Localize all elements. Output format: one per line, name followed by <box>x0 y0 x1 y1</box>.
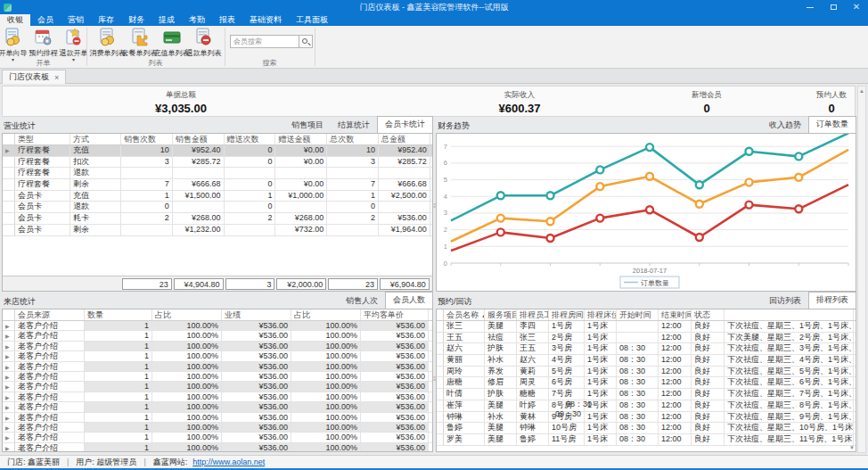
ribbon-button-消费单列表[interactable]: 消费单列表 <box>93 28 123 58</box>
table-cell: 2 <box>327 213 379 224</box>
table-row[interactable]: ▶疗程套餐充值10¥952.400¥0.0010¥952.40 <box>3 145 432 157</box>
table-row[interactable]: ▶老客户介绍1100.00%¥536.00100.00%¥536.00 <box>3 362 432 372</box>
table-cell: 下次祛痘、星期三、3号房、1号床、09：00 <box>725 343 854 354</box>
schedule-tab-排程列表[interactable]: 排程列表 <box>808 292 856 309</box>
finance-trend-chart: 012345672018-07-17订单数量 <box>437 134 854 291</box>
vertical-splitter-handle[interactable]: ⁞⁞ <box>433 204 437 224</box>
menu-item-考勤[interactable]: 考勤 <box>182 14 212 26</box>
svg-text:2018-07-17: 2018-07-17 <box>633 267 667 275</box>
table-row[interactable]: ▶老客户介绍1100.00%¥536.00100.00%¥536.00 <box>3 433 432 442</box>
ribbon-button-充值单列表[interactable]: 充值单列表 <box>157 28 187 58</box>
chart-tab-订单数量[interactable]: 订单数量 <box>808 116 856 133</box>
table-row[interactable]: ▶老客户介绍1100.00%¥536.00100.00%¥536.00 <box>3 321 432 331</box>
scroll-up-icon[interactable]: ▲ <box>858 88 865 94</box>
table-row[interactable]: ▶老客户介绍1100.00%¥536.00100.00%¥536.00 <box>3 372 432 382</box>
table-row[interactable]: 王五祛痘张三2号房1号床12:00良好下次美腿、星期三、2号房、1号床、09：0… <box>437 333 856 344</box>
table-cell: 下次祛痘、星期三、6号房、1号床、09：00 <box>725 377 854 388</box>
table-row[interactable]: 赵六护肤王五3号房1号床08：3012:00良好下次祛痘、星期三、3号房、1号床… <box>437 343 856 355</box>
row-indicator: ▶ <box>3 402 15 411</box>
menu-item-库存[interactable]: 库存 <box>91 14 121 26</box>
menu-item-营销[interactable]: 营销 <box>61 14 91 26</box>
table-cell: 100.00% <box>291 362 361 371</box>
tab-dashboard[interactable]: 门店仪表板 × <box>2 70 66 84</box>
table-cell: 2 <box>121 213 173 224</box>
table-row[interactable]: 崔萍美腿叶婷8号房1号床08：3012:00良好下次祛痘、星期三、8号房、1号床… <box>437 400 856 412</box>
svg-text:0: 0 <box>444 260 447 268</box>
table-row[interactable]: 张三美腿李四1号房1号床12:00良好下次祛痘、星期三、1号房、1号床、09：0… <box>437 321 856 333</box>
table-row[interactable]: ▶老客户介绍1100.00%¥536.00100.00%¥536.00 <box>3 342 432 351</box>
menu-item-会员[interactable]: 会员 <box>30 14 61 26</box>
table-row[interactable]: 疗程套餐退款 <box>3 168 432 179</box>
table-row[interactable]: 罗美美腿鲁婷11号房1号床08：3012:00良好下次祛痘、星期三、11号房、1… <box>437 434 856 446</box>
tab-close-icon[interactable]: × <box>54 73 59 82</box>
website-link[interactable]: http://www.aolan.net <box>192 458 265 466</box>
minimize-button[interactable] <box>804 2 816 12</box>
table-cell: 会员卡 <box>15 213 70 224</box>
table-row[interactable]: ▶老客户介绍1100.00%¥536.00100.00%¥536.00 <box>3 382 432 392</box>
scroll-down-icon[interactable]: ▼ <box>849 445 855 450</box>
table-row[interactable]: 会员卡剩余¥1,232.00¥732.00¥1,964.00 <box>3 225 432 236</box>
member-search-input[interactable] <box>230 35 299 48</box>
menu-item-基础资料[interactable]: 基础资料 <box>242 14 289 26</box>
table-row[interactable]: 黄丽补水赵六4号房1号床08：3012:00良好下次祛痘、星期三、4号房、1号床… <box>437 355 856 367</box>
ribbon-group-separator <box>315 28 315 66</box>
column-header: 排程床位 <box>585 309 617 320</box>
row-indicator <box>437 377 444 388</box>
table-row[interactable]: ▶老客户介绍1100.00%¥536.00100.00%¥536.00 <box>3 402 432 412</box>
close-button[interactable]: ✕ <box>850 2 863 12</box>
table-row[interactable]: 钟琳补水黄林9号房1号床08：3012:00良好下次祛痘、星期三、9号房、1号床… <box>437 412 856 424</box>
table-cell: 老客户介绍 <box>15 372 85 381</box>
menu-item-收银[interactable]: 收银 <box>0 14 30 26</box>
menu-item-工具面板[interactable]: 工具面板 <box>289 14 335 26</box>
table-cell: 1 <box>85 392 152 401</box>
menu-item-报表[interactable]: 报表 <box>212 14 242 26</box>
table-cell: 剩余 <box>70 225 121 235</box>
column-header: 方式 <box>70 134 121 144</box>
table-row[interactable]: ▶老客户介绍1100.00%¥536.00100.00%¥536.00 <box>3 351 432 361</box>
table-row[interactable]: ▶老客户介绍1100.00%¥536.00100.00%¥536.00 <box>3 423 432 433</box>
content-scrollbar[interactable]: ▲ <box>857 86 866 453</box>
chart-tab-收入趋势[interactable]: 收入趋势 <box>762 118 808 133</box>
row-indicator: ▶ <box>3 443 15 452</box>
table-cell: 良好 <box>692 423 725 433</box>
table-cell: 老客户介绍 <box>15 321 85 330</box>
table-cell: 修眉 <box>485 377 517 388</box>
ribbon-button-label: 套餐单列表 <box>122 48 158 58</box>
table-cell <box>275 202 327 212</box>
table-cell: 养发 <box>485 367 517 377</box>
vertical-splitter-handle[interactable]: ⁞⁞ <box>433 377 437 397</box>
table-row[interactable]: 会员卡充值1¥1,500.001¥1,000.001¥2,500.00 <box>3 191 432 202</box>
table-row[interactable]: ▶老客户介绍1100.00%¥536.00100.00%¥536.00 <box>3 413 432 423</box>
total-value-box: ¥4,904.80 <box>174 278 224 290</box>
menu-item-财务[interactable]: 财务 <box>121 14 151 26</box>
visit-tab-销售人次[interactable]: 销售人次 <box>339 293 385 309</box>
row-indicator: ▶ <box>3 342 15 350</box>
row-indicator: ▶ <box>3 145 15 156</box>
table-cell: 0 <box>225 157 276 168</box>
search-button[interactable] <box>299 35 313 48</box>
table-cell: ¥952.40 <box>379 145 430 156</box>
visit-tab-会员人数[interactable]: 会员人数 <box>385 292 433 309</box>
sales-tab-销售项目[interactable]: 销售项目 <box>284 118 331 133</box>
sales-tab-结算统计[interactable]: 结算统计 <box>331 118 377 133</box>
maximize-button[interactable] <box>827 2 839 12</box>
table-cell: 1 <box>85 402 152 411</box>
table-row[interactable]: 会员卡退款000 <box>3 202 432 213</box>
table-row[interactable]: ▶老客户介绍1100.00%¥536.00100.00%¥536.00 <box>3 331 432 341</box>
table-row[interactable]: 鲁婷美腿钟琳10号房1号床08：3012:00良好下次祛痘、星期三、10号房、1… <box>437 423 856 434</box>
menu-item-提成[interactable]: 提成 <box>151 14 182 26</box>
table-row[interactable]: 唐糖修眉周灵6号房1号床08：3012:00良好下次祛痘、星期三、6号房、1号床… <box>437 377 856 389</box>
table-row[interactable]: 叶倩护肤糖糖7号房1号床08：3012:00良好下次祛痘、星期三、7号房、1号床… <box>437 389 856 400</box>
schedule-body: 会员名称 ▲服务项目排程员工排程房间排程床位开始时间结束时间状态张三美腿李四1号… <box>436 309 856 452</box>
table-row[interactable]: 疗程套餐扣次3¥285.720¥0.003¥285.72 <box>3 157 432 169</box>
schedule-tab-回访列表[interactable]: 回访列表 <box>762 293 808 309</box>
table-row[interactable]: ▶老客户介绍1100.00%¥536.00100.00%¥536.00 <box>3 443 432 452</box>
table-row[interactable]: 会员卡耗卡2¥268.002¥268.002¥536.00 <box>3 213 432 225</box>
table-row[interactable]: 疗程套餐剩余7¥666.680¥0.007¥666.68 <box>3 179 432 191</box>
ribbon-button-套餐单列表[interactable]: 套餐单列表 <box>125 28 155 58</box>
table-row[interactable]: 周玲养发黄莉5号房1号床08：3012:00良好下次祛痘、星期三、5号房、1号床… <box>437 367 856 378</box>
ribbon-button-退款单列表[interactable]: 退款单列表 <box>189 28 219 58</box>
sales-tab-会员卡统计[interactable]: 会员卡统计 <box>377 116 433 133</box>
table-cell: 100.00% <box>152 382 222 391</box>
table-row[interactable]: ▶老客户介绍1100.00%¥536.00100.00%¥536.00 <box>3 392 432 402</box>
